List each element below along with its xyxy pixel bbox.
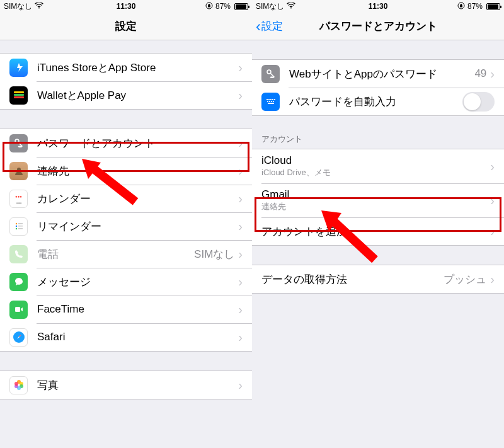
calendar-icon: ●●● ⎯⎯ xyxy=(9,190,28,208)
fetch-group: データの取得方法 プッシュ › xyxy=(252,265,504,294)
svg-point-8 xyxy=(15,226,16,227)
row-label: iTunes StoreとApp Store xyxy=(37,60,238,75)
passwords-accounts-row[interactable]: パスワードとアカウント › xyxy=(0,129,252,157)
settings-group-2: パスワードとアカウント › 連絡先 › ●●● ⎯⎯ カレンダー › リマインダ… xyxy=(0,129,252,352)
svg-rect-25 xyxy=(270,99,272,100)
chevron-right-icon: › xyxy=(238,88,243,103)
carrier-label: SIMなし xyxy=(256,1,284,12)
clock-label: 11:30 xyxy=(117,2,136,11)
wallet-icon xyxy=(9,86,28,105)
svg-rect-26 xyxy=(272,99,273,100)
chevron-right-icon: › xyxy=(490,193,495,208)
safari-icon xyxy=(9,328,28,347)
phone-row[interactable]: 電話 SIMなし › xyxy=(0,240,252,268)
svg-rect-31 xyxy=(273,101,274,102)
chevron-right-icon: › xyxy=(490,224,495,239)
svg-rect-9 xyxy=(18,226,23,227)
passwords-group: WebサイトとAppのパスワード 49 › パスワードを自動入力 xyxy=(252,59,504,116)
svg-point-5 xyxy=(17,168,21,171)
nav-back-button[interactable]: ‹ 設定 xyxy=(256,18,283,35)
svg-rect-1 xyxy=(14,91,24,93)
chevron-right-icon: › xyxy=(490,159,495,174)
row-label: Safari xyxy=(37,331,238,343)
itunes-appstore-row[interactable]: iTunes StoreとApp Store › xyxy=(0,54,252,81)
contacts-row[interactable]: 連絡先 › xyxy=(0,157,252,185)
svg-rect-30 xyxy=(271,101,272,102)
chevron-left-icon: ‹ xyxy=(256,18,261,35)
row-label: メッセージ xyxy=(37,275,238,289)
chevron-right-icon: › xyxy=(238,219,243,234)
chevron-right-icon: › xyxy=(238,302,243,317)
row-label: 電話 xyxy=(37,247,194,261)
chevron-right-icon: › xyxy=(238,275,243,289)
safari-row[interactable]: Safari › xyxy=(0,323,252,351)
row-label: WalletとApple Pay xyxy=(37,88,238,103)
chevron-right-icon: › xyxy=(238,378,243,393)
keyboard-icon xyxy=(261,93,280,111)
autofill-switch[interactable] xyxy=(462,92,495,112)
row-label: 連絡先 xyxy=(37,164,238,178)
account-subtitle: 連絡先 xyxy=(261,201,490,212)
chevron-right-icon: › xyxy=(238,192,243,206)
row-label: WebサイトとAppのパスワード xyxy=(289,67,474,81)
add-account-row[interactable]: アカウントを追加 › xyxy=(252,217,504,245)
facetime-row[interactable]: FaceTime › xyxy=(0,296,252,323)
gmail-account-row[interactable]: Gmail 連絡先 › xyxy=(252,183,504,217)
svg-rect-32 xyxy=(268,103,274,104)
row-label: パスワードを自動入力 xyxy=(289,95,462,109)
nav-back-label: 設定 xyxy=(261,19,283,33)
website-app-passwords-row[interactable]: WebサイトとAppのパスワード 49 › xyxy=(252,60,504,88)
key-icon xyxy=(261,65,280,83)
svg-rect-28 xyxy=(267,101,268,102)
svg-rect-7 xyxy=(18,223,23,224)
svg-rect-3 xyxy=(14,96,24,98)
svg-rect-2 xyxy=(14,94,24,96)
svg-point-10 xyxy=(15,228,16,229)
row-label: リマインダー xyxy=(37,219,238,234)
settings-group-3: 写真 › xyxy=(0,370,252,399)
wifi-icon xyxy=(287,2,295,11)
autofill-passwords-row[interactable]: パスワードを自動入力 xyxy=(252,88,504,115)
reminders-row[interactable]: リマインダー › xyxy=(0,212,252,240)
reminders-icon xyxy=(9,217,28,236)
account-subtitle: iCloud Drive、メモ xyxy=(261,167,490,178)
battery-icon xyxy=(233,3,248,10)
svg-point-6 xyxy=(15,223,16,224)
orientation-lock-icon xyxy=(205,2,213,11)
messages-row[interactable]: メッセージ › xyxy=(0,268,252,296)
accounts-group: iCloud iCloud Drive、メモ › Gmail 連絡先 › アカウ… xyxy=(252,149,504,246)
row-label: データの取得方法 xyxy=(261,272,444,287)
wallet-applepay-row[interactable]: WalletとApple Pay › xyxy=(0,81,252,109)
clock-label: 11:30 xyxy=(369,2,388,11)
row-label: アカウントを追加 xyxy=(261,224,490,239)
facetime-icon xyxy=(9,301,28,319)
calendar-row[interactable]: ●●● ⎯⎯ カレンダー › xyxy=(0,185,252,212)
nav-title: 設定 xyxy=(115,19,137,33)
row-count: 49 xyxy=(474,67,486,80)
accounts-section-header: アカウント xyxy=(252,130,504,149)
photos-row[interactable]: 写真 › xyxy=(0,371,252,399)
settings-screen-left: SIMなし 11:30 87% 設定 iTunes StoreとApp Stor… xyxy=(0,0,252,448)
settings-screen-right: SIMなし 11:30 87% ‹ 設定 パスワードとアカウント Webサイトと… xyxy=(252,0,504,448)
status-bar: SIMなし 11:30 87% xyxy=(0,0,252,13)
svg-rect-24 xyxy=(268,99,270,100)
icloud-account-row[interactable]: iCloud iCloud Drive、メモ › xyxy=(252,149,504,183)
chevron-right-icon: › xyxy=(238,136,243,151)
svg-rect-23 xyxy=(266,99,268,100)
status-bar: SIMなし 11:30 87% xyxy=(252,0,504,13)
key-icon xyxy=(9,134,28,152)
battery-icon xyxy=(485,3,500,10)
account-title: iCloud xyxy=(261,154,490,167)
nav-bar: ‹ 設定 パスワードとアカウント xyxy=(252,13,504,40)
row-label: FaceTime xyxy=(37,303,238,316)
photos-icon xyxy=(9,376,28,394)
orientation-lock-icon xyxy=(457,2,465,11)
battery-pct-label: 87% xyxy=(467,2,483,11)
row-label: パスワードとアカウント xyxy=(37,136,238,151)
svg-rect-29 xyxy=(269,101,270,102)
chevron-right-icon: › xyxy=(490,67,495,81)
account-title: Gmail xyxy=(261,188,490,201)
fetch-new-data-row[interactable]: データの取得方法 プッシュ › xyxy=(252,265,504,293)
chevron-right-icon: › xyxy=(490,272,495,287)
phone-icon xyxy=(9,245,28,263)
